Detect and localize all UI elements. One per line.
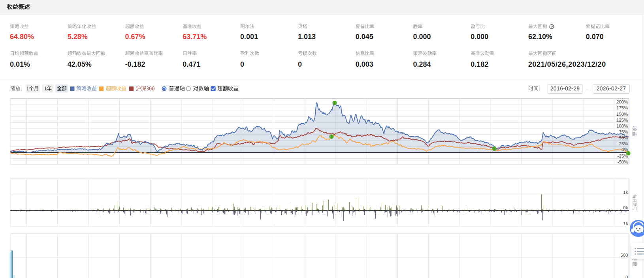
svg-text:1k: 1k (623, 190, 628, 195)
svg-text:0.182: 0.182 (471, 60, 488, 68)
svg-text:0.003: 0.003 (356, 60, 373, 68)
svg-text:2021/05/26,2023/12/20: 2021/05/26,2023/12/20 (528, 60, 606, 68)
svg-text:–: – (586, 86, 589, 92)
svg-text:0.67%: 0.67% (125, 33, 145, 41)
svg-text:0.01%: 0.01% (10, 60, 30, 68)
svg-text:0.471: 0.471 (183, 60, 200, 68)
svg-text:200%: 200% (616, 100, 628, 104)
svg-text:150%: 150% (616, 112, 628, 116)
svg-text:-50%: -50% (618, 160, 628, 164)
svg-text:0.045: 0.045 (356, 33, 373, 41)
svg-text:5.28%: 5.28% (68, 33, 88, 41)
svg-text:63.71%: 63.71% (183, 33, 207, 41)
svg-text:0.000: 0.000 (413, 33, 431, 41)
svg-text:-0.182: -0.182 (125, 60, 145, 68)
svg-text:62.10%: 62.10% (528, 33, 552, 41)
svg-text:0: 0 (298, 60, 302, 68)
svg-text:0: 0 (625, 275, 628, 278)
svg-text:100%: 100% (616, 124, 628, 128)
svg-text:42.05%: 42.05% (68, 60, 92, 68)
svg-text:125%: 125% (616, 118, 628, 122)
svg-text:0k: 0k (623, 205, 628, 210)
svg-text:175%: 175% (616, 105, 628, 110)
svg-text:75%: 75% (619, 130, 628, 134)
svg-text:0.070: 0.070 (586, 33, 604, 41)
svg-text:-1k: -1k (622, 221, 628, 226)
svg-text:64.80%: 64.80% (10, 33, 34, 41)
svg-text:50%: 50% (619, 135, 628, 140)
svg-text:2016-02-29: 2016-02-29 (550, 85, 580, 92)
svg-text:0.284: 0.284 (413, 60, 431, 68)
svg-text:?: ? (551, 25, 553, 29)
svg-text:0.000: 0.000 (471, 33, 488, 41)
svg-text:2026-02-27: 2026-02-27 (597, 85, 626, 92)
svg-text:500: 500 (620, 253, 628, 257)
svg-text:25%: 25% (619, 141, 628, 146)
svg-text:0.001: 0.001 (240, 33, 258, 41)
svg-text:1.013: 1.013 (298, 33, 316, 41)
svg-text:0: 0 (240, 60, 244, 68)
